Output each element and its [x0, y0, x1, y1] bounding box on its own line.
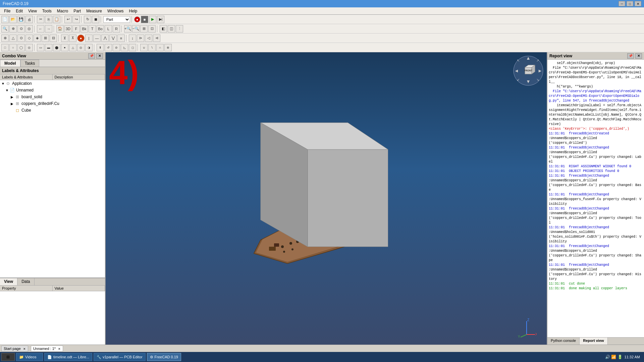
taskbar-pcb-editor[interactable]: 🔧 v1parallel — PCB Editor	[94, 353, 146, 361]
view-right-btn[interactable]: R	[113, 25, 120, 33]
nav-cube[interactable]: ▲ ▼ ◄ ► FRONT ↖ ↗ ↙ ↘	[513, 56, 543, 86]
tb4-extrude-btn[interactable]: ⬆	[97, 44, 104, 51]
prop-tab-view[interactable]: View	[0, 278, 17, 285]
start-button[interactable]: ⊞	[1, 353, 15, 361]
tb3-snap1[interactable]: ⊕	[1, 35, 9, 42]
menu-edit[interactable]: Edit	[13, 8, 25, 14]
tb3-btn17[interactable]: ⊳	[137, 35, 144, 42]
status-unnamed-tab[interactable]: Unnamed : 1* ✕	[31, 346, 63, 352]
tb4-box-btn[interactable]: ▬	[45, 44, 52, 51]
tree-item-board-solid[interactable]: ▶ ⊞ board_solid	[0, 94, 105, 100]
new-file-btn[interactable]: 📄	[1, 16, 9, 23]
view-bottom-btn[interactable]: Bo	[97, 25, 104, 33]
stop-btn[interactable]: ◼	[92, 16, 99, 23]
tb4-revolve-btn[interactable]: ↺	[105, 44, 112, 51]
zoom-in-btn[interactable]: +🔍	[124, 25, 131, 33]
menu-view[interactable]: View	[25, 8, 40, 14]
tb3-snap3[interactable]: ⊙	[17, 35, 25, 42]
close-button[interactable]: ✕	[635, 1, 641, 6]
tb4-chamfer-btn[interactable]: ◺	[121, 44, 128, 51]
save-btn[interactable]: 💾	[17, 16, 25, 23]
tb3-btn13[interactable]: ⋀	[101, 35, 109, 42]
tb2-btn1[interactable]: 🔍	[1, 25, 9, 33]
macro-stop-btn[interactable]: ■	[141, 16, 148, 23]
tree-item-application[interactable]: ▼ ⊙ Application	[0, 80, 105, 87]
view-top-btn[interactable]: T	[89, 25, 96, 33]
3d-viewport[interactable]: 4)	[106, 52, 547, 345]
workbench-select[interactable]: Part Draft Sketcher	[103, 16, 130, 23]
taskbar-libreoffice[interactable]: 📄 timeline.odt — Libre...	[44, 353, 92, 361]
combo-view-pin[interactable]: 📌	[88, 53, 95, 59]
tb4-section-btn[interactable]: ⊘	[113, 44, 120, 51]
view-front-btn[interactable]: F	[72, 25, 80, 33]
tb4-btn2[interactable]: ○	[9, 44, 17, 51]
tb3-snap4[interactable]: ◇	[25, 35, 33, 42]
tb3-snap5[interactable]: ◈	[34, 35, 41, 42]
tb2-btn6[interactable]: →	[45, 25, 52, 33]
menu-windows[interactable]: Windows	[105, 8, 126, 14]
tb3-btn12[interactable]: —	[93, 35, 101, 42]
minimize-button[interactable]: ─	[619, 1, 625, 6]
tb3-btn15[interactable]: ≡	[117, 35, 125, 42]
tb3-snap6[interactable]: ⊞	[42, 35, 49, 42]
tab-report-view[interactable]: Report view	[580, 338, 607, 345]
tb3-btn11[interactable]: |	[85, 35, 93, 42]
tb3-btn14[interactable]: ⋁	[109, 35, 117, 42]
macro-record-btn[interactable]: ●	[134, 16, 140, 22]
wire-btn[interactable]: ◫	[168, 25, 175, 33]
report-view-pin[interactable]: 📌	[627, 53, 634, 59]
tb3-btn9[interactable]: ⊼	[69, 35, 76, 42]
tb2-btn4[interactable]: ◎	[25, 25, 33, 33]
maximize-button[interactable]: □	[627, 1, 633, 6]
tb4-bool-union-btn[interactable]: ∪	[140, 44, 148, 51]
tb3-btn19[interactable]: ⊲	[153, 35, 160, 42]
tb4-btn4[interactable]: ◎	[25, 44, 33, 51]
tb3-btn18[interactable]: ◁	[145, 35, 152, 42]
shade-btn[interactable]: ◧	[160, 25, 167, 33]
unnamed-tab-close[interactable]: ✕	[58, 347, 61, 351]
tab-model[interactable]: Model	[0, 60, 20, 67]
points-btn[interactable]: ⋮	[176, 25, 183, 33]
menu-tools[interactable]: Tools	[40, 8, 54, 14]
tb4-bool-xor-btn[interactable]: ⊕	[164, 44, 172, 51]
taskbar-freecad[interactable]: ⚙ FreeCAD 0.19	[147, 353, 181, 361]
tb3-snap2[interactable]: △	[9, 35, 17, 42]
tb3-btn8[interactable]: ⊻	[61, 35, 68, 42]
tree-item-cube[interactable]: ◻ Cube	[0, 107, 105, 114]
tb4-btn3[interactable]: ◯	[17, 44, 25, 51]
tb4-cone-btn[interactable]: △	[69, 44, 76, 51]
macro-step-btn[interactable]: ▶|	[157, 16, 164, 23]
tb3-btn16[interactable]: ↕	[129, 35, 136, 42]
tb4-cylinder-btn[interactable]: ⬤	[53, 44, 60, 51]
tb2-btn5[interactable]: ←	[37, 25, 44, 33]
print-btn[interactable]: 🖨	[25, 16, 33, 23]
view-left-btn[interactable]: L	[105, 25, 112, 33]
view-3d-btn[interactable]: 3D	[64, 25, 72, 33]
combo-view-close[interactable]: ✕	[96, 53, 103, 59]
zoom-out-btn[interactable]: −🔍	[132, 25, 140, 33]
tb2-btn2[interactable]: ⊕	[9, 25, 17, 33]
redo-btn[interactable]: ↪	[72, 16, 80, 23]
menu-part[interactable]: Part	[71, 8, 84, 14]
menu-macro[interactable]: Macro	[54, 8, 71, 14]
open-file-btn[interactable]: 📂	[9, 16, 17, 23]
tb2-btn7[interactable]: 🏠	[56, 25, 64, 33]
tb4-torus-btn[interactable]: ◎	[77, 44, 85, 51]
fit-sel-btn[interactable]: ⊡	[148, 25, 156, 33]
tree-item-coppers-drilled[interactable]: ▶ ⊞ coppers_drilled#F.Cu	[0, 100, 105, 107]
tb3-snap7[interactable]: ⊟	[50, 35, 57, 42]
undo-btn[interactable]: ↩	[64, 16, 72, 23]
tb4-sphere-btn[interactable]: ●	[61, 44, 68, 51]
tree-item-unnamed[interactable]: ▼ 📄 Unnamed	[0, 87, 105, 94]
tb4-plane-btn[interactable]: ▭	[37, 44, 44, 51]
report-content[interactable]: self.objectChanged(obj, prop) File "C:\U…	[547, 60, 644, 337]
menu-help[interactable]: Help	[126, 8, 140, 14]
tb3-btn10[interactable]: ●	[77, 35, 85, 42]
tb2-btn3[interactable]: ⊙	[17, 25, 25, 33]
report-view-close[interactable]: ✕	[635, 53, 642, 59]
view-back-btn[interactable]: Bk	[80, 25, 88, 33]
tab-tasks[interactable]: Tasks	[20, 60, 40, 67]
prop-tab-data[interactable]: Data	[17, 278, 34, 285]
tb4-tube-btn[interactable]: ◑	[85, 44, 93, 51]
refresh-btn[interactable]: ↻	[84, 16, 91, 23]
